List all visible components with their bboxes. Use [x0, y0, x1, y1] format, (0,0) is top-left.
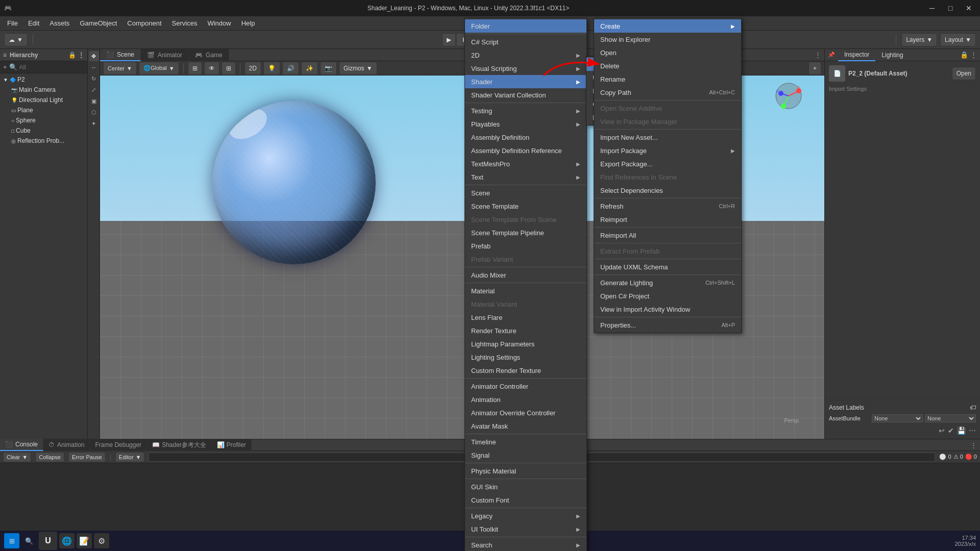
tool-rotate[interactable]: ↻ [89, 73, 99, 84]
layout-button[interactable]: Layout ▼ [940, 33, 976, 46]
tab-inspector[interactable]: Inspector [838, 49, 875, 61]
tool-hand[interactable]: ✥ [89, 51, 99, 61]
ctx-animation[interactable]: Animation [465, 393, 586, 406]
menu-help[interactable]: Help [236, 18, 260, 28]
tool-transform[interactable]: ⬡ [89, 107, 99, 117]
ctx-scene-template[interactable]: Scene Template [465, 199, 586, 213]
tab-lighting[interactable]: Lighting [875, 49, 909, 61]
scene-fx-btn[interactable]: ✨ [301, 62, 318, 75]
scene-vis-btn[interactable]: 👁 [204, 62, 219, 75]
inspector-lock-icon[interactable]: 🔒 [960, 51, 968, 59]
hierarchy-item-reflprobe[interactable]: ◎ Reflection Prob... [0, 136, 87, 146]
ctx-reimport-all[interactable]: Reimport All [594, 229, 741, 242]
clear-button[interactable]: Clear ▼ [3, 452, 31, 462]
menu-gameobject[interactable]: GameObject [75, 18, 122, 28]
maximize-button[interactable]: □ [943, 1, 958, 15]
tab-game[interactable]: 🎮 Game [189, 49, 229, 61]
ctx-material[interactable]: Material [465, 284, 586, 297]
scene-gizmos-btn[interactable]: Gizmos▼ [339, 62, 377, 75]
ctx-refresh[interactable]: Refresh Ctrl+R [594, 199, 741, 213]
ctx-2d[interactable]: 2D ▶ [465, 48, 586, 62]
ctx-export-package[interactable]: Export Package... [594, 157, 741, 170]
hierarchy-item-maincamera[interactable]: 📷 Main Camera [0, 85, 87, 95]
taskbar-unity[interactable]: U [39, 532, 57, 550]
taskbar-search[interactable]: 🔍 [21, 533, 37, 548]
ctx-shader[interactable]: Shader ▶ [465, 75, 586, 88]
ctx-search[interactable]: Search ▶ [465, 538, 586, 551]
revert-icon[interactable]: ↩ [939, 427, 945, 435]
ctx-open[interactable]: Open [594, 46, 741, 59]
ctx-physic-material[interactable]: Physic Material [465, 464, 586, 478]
close-button[interactable]: ✕ [962, 1, 976, 15]
ctx-folder[interactable]: Folder [465, 19, 586, 33]
ctx-animator-override[interactable]: Animator Override Controller [465, 406, 586, 419]
tool-move[interactable]: ↔ [89, 62, 99, 72]
ctx-view-import-activity[interactable]: View in Import Activity Window [594, 303, 741, 316]
ctx-audio-mixer[interactable]: Audio Mixer [465, 268, 586, 282]
tool-scale[interactable]: ⤢ [89, 85, 99, 95]
ctx-animator-controller[interactable]: Animator Controller [465, 380, 586, 393]
asset-labels-btn[interactable]: 🏷 [970, 404, 976, 411]
open-button[interactable]: Open [952, 67, 976, 80]
ctx-assembly-def-ref[interactable]: Assembly Definition Reference [465, 144, 586, 157]
scene-global-btn[interactable]: 🌐Global▼ [139, 62, 179, 75]
scene-2d-btn[interactable]: 2D [244, 62, 261, 75]
ctx-signal[interactable]: Signal [465, 448, 586, 462]
hierarchy-item-p2[interactable]: ▼ 🔷 P2 [0, 74, 87, 85]
tab-console[interactable]: ⬛ Console [0, 439, 43, 451]
hierarchy-more-icon[interactable]: ⋮ [78, 52, 84, 59]
menu-services[interactable]: Services [167, 18, 203, 28]
hierarchy-lock-icon[interactable]: 🔒 [68, 52, 76, 59]
menu-edit[interactable]: Edit [23, 18, 44, 28]
ctx-show-explorer[interactable]: Show in Explorer [594, 33, 741, 46]
taskbar-vscode[interactable]: 📝 [77, 533, 92, 548]
minimize-button[interactable]: ─ [925, 1, 939, 15]
ctx-text[interactable]: Text ▶ [465, 170, 586, 184]
scene-light-btn[interactable]: 💡 [263, 62, 280, 75]
layers-button[interactable]: Layers ▼ [901, 33, 937, 46]
tab-profiler[interactable]: 📊 Profiler [212, 439, 252, 451]
ctx-lightmap-params[interactable]: Lightmap Parameters [465, 337, 586, 350]
hierarchy-item-plane[interactable]: ▭ Plane [0, 105, 87, 115]
ctx-update-uxml[interactable]: Update UXML Schema [594, 260, 741, 273]
ctx-shader-variant[interactable]: Shader Variant Collection [465, 88, 586, 102]
scene-grid-btn[interactable]: ⊞ [188, 62, 202, 75]
ctx-custom-font[interactable]: Custom Font [465, 493, 586, 507]
ctx-legacy[interactable]: Legacy ▶ [465, 509, 586, 522]
ctx-properties[interactable]: Properties... Alt+P [594, 318, 741, 332]
ctx-reimport[interactable]: Reimport [594, 213, 741, 226]
tool-rect[interactable]: ▣ [89, 96, 99, 106]
more-icon[interactable]: ⋯ [969, 427, 976, 435]
ctx-open-csharp[interactable]: Open C# Project [594, 289, 741, 303]
collapse-button[interactable]: Collapse [35, 452, 64, 462]
ctx-avatar-mask[interactable]: Avatar Mask [465, 419, 586, 433]
tab-animation[interactable]: ⏱ Animation [43, 439, 90, 451]
ctx-import-new-asset[interactable]: Import New Asset... [594, 131, 741, 144]
scene-audio-btn[interactable]: 🔊 [282, 62, 299, 75]
apply-icon[interactable]: ✔ [948, 427, 954, 435]
hierarchy-search-input[interactable] [19, 64, 84, 71]
menu-window[interactable]: Window [202, 18, 236, 28]
save-icon[interactable]: 💾 [957, 427, 966, 435]
hierarchy-item-cube[interactable]: □ Cube [0, 126, 87, 136]
ctx-delete[interactable]: Delete [594, 59, 741, 72]
ctx-copy-path[interactable]: Copy Path Alt+Ctrl+C [594, 86, 741, 99]
ctx-assembly-def[interactable]: Assembly Definition [465, 131, 586, 144]
ctx-timeline[interactable]: Timeline [465, 435, 586, 448]
ctx-custom-render-texture[interactable]: Custom Render Texture [465, 364, 586, 377]
ctx-scene[interactable]: Scene [465, 186, 586, 199]
ctx-textmeshpro[interactable]: TextMeshPro ▶ [465, 157, 586, 170]
tab-scene[interactable]: ⬛ Scene [100, 49, 141, 61]
menu-assets[interactable]: Assets [44, 18, 75, 28]
taskbar-start[interactable]: ⊞ [4, 533, 19, 548]
ctx-gui-skin[interactable]: GUI Skin [465, 480, 586, 493]
scene-camera-btn[interactable]: 📷 [320, 62, 337, 75]
ctx-testing[interactable]: Testing ▶ [465, 104, 586, 117]
ctx-lens-flare[interactable]: Lens Flare [465, 311, 586, 324]
taskbar-chrome[interactable]: 🌐 [59, 533, 75, 548]
ctx-ui-toolkit[interactable]: UI Toolkit ▶ [465, 522, 586, 536]
asset-bundle-select-1[interactable]: None [872, 414, 923, 422]
asset-bundle-select-2[interactable]: None [925, 414, 976, 422]
ctx-create-item[interactable]: Create ▶ [594, 19, 741, 33]
tab-shaderref[interactable]: 📖 Shader参考大全 [147, 439, 212, 451]
